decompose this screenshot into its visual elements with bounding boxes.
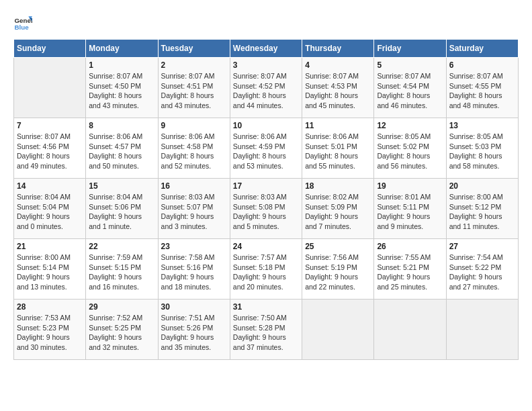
day-header-thursday: Thursday xyxy=(302,40,374,58)
week-row-1: 7Sunrise: 8:07 AM Sunset: 4:56 PM Daylig… xyxy=(14,118,519,179)
calendar-cell: 8Sunrise: 8:06 AM Sunset: 4:57 PM Daylig… xyxy=(86,118,158,179)
calendar-cell xyxy=(446,300,518,360)
day-number: 6 xyxy=(449,60,515,70)
day-info: Sunrise: 8:06 AM Sunset: 4:58 PM Dayligh… xyxy=(161,132,227,171)
calendar-cell: 12Sunrise: 8:05 AM Sunset: 5:02 PM Dayli… xyxy=(374,118,446,179)
day-number: 10 xyxy=(233,121,299,130)
calendar-cell: 2Sunrise: 8:07 AM Sunset: 4:51 PM Daylig… xyxy=(158,58,230,118)
calendar-cell: 9Sunrise: 8:06 AM Sunset: 4:58 PM Daylig… xyxy=(158,118,230,179)
day-number: 20 xyxy=(449,181,515,191)
calendar-cell: 28Sunrise: 7:53 AM Sunset: 5:23 PM Dayli… xyxy=(14,300,86,360)
day-number: 2 xyxy=(161,60,227,70)
calendar-cell: 11Sunrise: 8:06 AM Sunset: 5:01 PM Dayli… xyxy=(302,118,374,179)
day-number: 4 xyxy=(305,60,371,70)
calendar-cell: 21Sunrise: 8:00 AM Sunset: 5:14 PM Dayli… xyxy=(14,239,86,300)
day-header-sunday: Sunday xyxy=(14,40,86,58)
calendar-cell: 17Sunrise: 8:03 AM Sunset: 5:08 PM Dayli… xyxy=(230,179,302,239)
day-info: Sunrise: 7:58 AM Sunset: 5:16 PM Dayligh… xyxy=(161,253,227,292)
calendar-cell: 27Sunrise: 7:54 AM Sunset: 5:22 PM Dayli… xyxy=(446,239,518,300)
day-info: Sunrise: 8:06 AM Sunset: 4:59 PM Dayligh… xyxy=(233,132,299,171)
calendar-cell xyxy=(374,300,446,360)
day-info: Sunrise: 8:07 AM Sunset: 4:52 PM Dayligh… xyxy=(233,71,299,111)
day-info: Sunrise: 7:53 AM Sunset: 5:23 PM Dayligh… xyxy=(17,313,83,353)
day-number: 15 xyxy=(89,181,154,191)
calendar-cell: 5Sunrise: 8:07 AM Sunset: 4:54 PM Daylig… xyxy=(374,58,446,118)
day-number: 16 xyxy=(161,181,227,191)
day-info: Sunrise: 8:07 AM Sunset: 4:51 PM Dayligh… xyxy=(161,71,227,111)
calendar-cell: 3Sunrise: 8:07 AM Sunset: 4:52 PM Daylig… xyxy=(230,58,302,118)
day-number: 18 xyxy=(305,181,371,191)
day-info: Sunrise: 8:07 AM Sunset: 4:50 PM Dayligh… xyxy=(89,71,154,111)
day-info: Sunrise: 8:07 AM Sunset: 4:56 PM Dayligh… xyxy=(17,132,83,171)
day-number: 26 xyxy=(377,242,443,251)
week-row-2: 14Sunrise: 8:04 AM Sunset: 5:04 PM Dayli… xyxy=(14,179,519,239)
day-info: Sunrise: 8:07 AM Sunset: 4:54 PM Dayligh… xyxy=(377,71,443,111)
calendar-cell: 22Sunrise: 7:59 AM Sunset: 5:15 PM Dayli… xyxy=(86,239,158,300)
day-info: Sunrise: 7:51 AM Sunset: 5:26 PM Dayligh… xyxy=(161,313,227,353)
day-number: 8 xyxy=(89,121,154,130)
day-info: Sunrise: 7:57 AM Sunset: 5:18 PM Dayligh… xyxy=(233,253,299,292)
day-number: 24 xyxy=(233,242,299,251)
day-info: Sunrise: 8:00 AM Sunset: 5:12 PM Dayligh… xyxy=(449,192,515,232)
calendar-cell: 7Sunrise: 8:07 AM Sunset: 4:56 PM Daylig… xyxy=(14,118,86,179)
day-header-saturday: Saturday xyxy=(446,40,518,58)
day-info: Sunrise: 8:06 AM Sunset: 4:57 PM Dayligh… xyxy=(89,132,154,171)
day-info: Sunrise: 8:07 AM Sunset: 4:53 PM Dayligh… xyxy=(305,71,371,111)
calendar-cell: 24Sunrise: 7:57 AM Sunset: 5:18 PM Dayli… xyxy=(230,239,302,300)
day-info: Sunrise: 8:03 AM Sunset: 5:08 PM Dayligh… xyxy=(233,192,299,232)
calendar-cell: 6Sunrise: 8:07 AM Sunset: 4:55 PM Daylig… xyxy=(446,58,518,118)
week-row-3: 21Sunrise: 8:00 AM Sunset: 5:14 PM Dayli… xyxy=(14,239,519,300)
calendar-cell: 4Sunrise: 8:07 AM Sunset: 4:53 PM Daylig… xyxy=(302,58,374,118)
day-info: Sunrise: 8:07 AM Sunset: 4:55 PM Dayligh… xyxy=(449,71,515,111)
day-number: 11 xyxy=(305,121,371,130)
day-number: 21 xyxy=(17,242,83,251)
logo-icon: General Blue xyxy=(13,13,32,32)
calendar-header-row: SundayMondayTuesdayWednesdayThursdayFrid… xyxy=(14,40,519,58)
day-number: 12 xyxy=(377,121,443,130)
calendar-body: 1Sunrise: 8:07 AM Sunset: 4:50 PM Daylig… xyxy=(14,58,519,360)
day-info: Sunrise: 8:04 AM Sunset: 5:04 PM Dayligh… xyxy=(17,192,83,232)
day-number: 14 xyxy=(17,181,83,191)
calendar-cell xyxy=(14,58,86,118)
page-header: General Blue xyxy=(13,13,519,32)
calendar-cell: 19Sunrise: 8:01 AM Sunset: 5:11 PM Dayli… xyxy=(374,179,446,239)
day-number: 28 xyxy=(17,302,83,312)
calendar-cell: 31Sunrise: 7:50 AM Sunset: 5:28 PM Dayli… xyxy=(230,300,302,360)
day-info: Sunrise: 7:59 AM Sunset: 5:15 PM Dayligh… xyxy=(89,253,154,292)
calendar-cell: 10Sunrise: 8:06 AM Sunset: 4:59 PM Dayli… xyxy=(230,118,302,179)
calendar-cell: 30Sunrise: 7:51 AM Sunset: 5:26 PM Dayli… xyxy=(158,300,230,360)
day-info: Sunrise: 8:04 AM Sunset: 5:06 PM Dayligh… xyxy=(89,192,154,232)
day-number: 19 xyxy=(377,181,443,191)
day-number: 5 xyxy=(377,60,443,70)
day-header-wednesday: Wednesday xyxy=(230,40,302,58)
day-info: Sunrise: 8:00 AM Sunset: 5:14 PM Dayligh… xyxy=(17,253,83,292)
calendar-cell: 26Sunrise: 7:55 AM Sunset: 5:21 PM Dayli… xyxy=(374,239,446,300)
calendar-cell: 29Sunrise: 7:52 AM Sunset: 5:25 PM Dayli… xyxy=(86,300,158,360)
day-number: 29 xyxy=(89,302,154,312)
day-number: 1 xyxy=(89,60,154,70)
week-row-0: 1Sunrise: 8:07 AM Sunset: 4:50 PM Daylig… xyxy=(14,58,519,118)
day-number: 22 xyxy=(89,242,154,251)
calendar-cell: 25Sunrise: 7:56 AM Sunset: 5:19 PM Dayli… xyxy=(302,239,374,300)
day-number: 13 xyxy=(449,121,515,130)
day-number: 7 xyxy=(17,121,83,130)
calendar-cell xyxy=(302,300,374,360)
day-number: 27 xyxy=(449,242,515,251)
calendar-cell: 15Sunrise: 8:04 AM Sunset: 5:06 PM Dayli… xyxy=(86,179,158,239)
day-info: Sunrise: 7:54 AM Sunset: 5:22 PM Dayligh… xyxy=(449,253,515,292)
day-number: 17 xyxy=(233,181,299,191)
day-info: Sunrise: 8:01 AM Sunset: 5:11 PM Dayligh… xyxy=(377,192,443,232)
day-header-friday: Friday xyxy=(374,40,446,58)
svg-text:Blue: Blue xyxy=(14,24,29,31)
day-info: Sunrise: 7:50 AM Sunset: 5:28 PM Dayligh… xyxy=(233,313,299,353)
day-info: Sunrise: 7:56 AM Sunset: 5:19 PM Dayligh… xyxy=(305,253,371,292)
day-number: 9 xyxy=(161,121,227,130)
calendar-cell: 14Sunrise: 8:04 AM Sunset: 5:04 PM Dayli… xyxy=(14,179,86,239)
day-info: Sunrise: 8:06 AM Sunset: 5:01 PM Dayligh… xyxy=(305,132,371,171)
calendar-cell: 13Sunrise: 8:05 AM Sunset: 5:03 PM Dayli… xyxy=(446,118,518,179)
calendar-cell: 16Sunrise: 8:03 AM Sunset: 5:07 PM Dayli… xyxy=(158,179,230,239)
day-number: 25 xyxy=(305,242,371,251)
day-info: Sunrise: 8:03 AM Sunset: 5:07 PM Dayligh… xyxy=(161,192,227,232)
day-header-monday: Monday xyxy=(86,40,158,58)
day-number: 3 xyxy=(233,60,299,70)
